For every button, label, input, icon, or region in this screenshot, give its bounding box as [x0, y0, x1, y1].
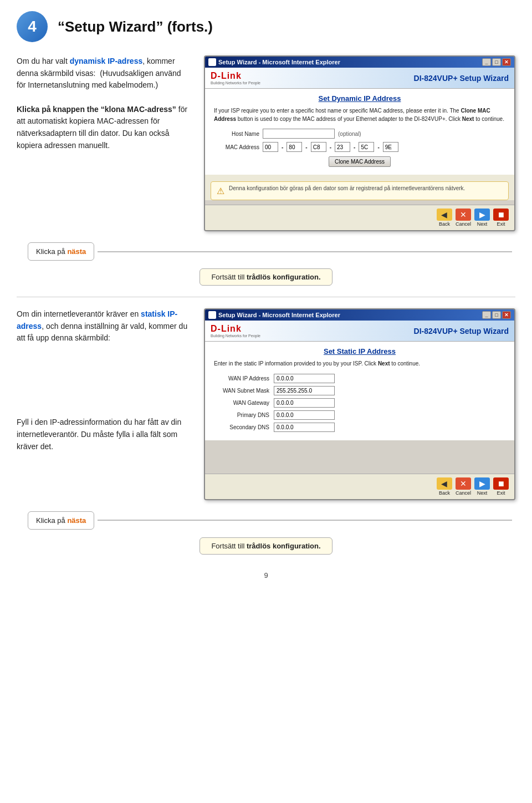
- section2-text: Om din internetleverantör kräver en stat…: [17, 308, 188, 453]
- exit-button-1[interactable]: ⏹ Exit: [493, 209, 509, 227]
- section2-prefix: Om din internetleverantör kräver en: [17, 309, 141, 318]
- static-input-2[interactable]: [274, 398, 335, 408]
- section-divider: [17, 297, 515, 297]
- section-dynamic-ip: Om du har valt dynamisk IP-adress, komme…: [17, 55, 515, 231]
- static-input-0[interactable]: [274, 374, 335, 383]
- dlink-logo-sub-1: Building Networks for People: [211, 81, 260, 85]
- mac-part-2[interactable]: [287, 142, 302, 152]
- dlink-logo-text-1: D-Link: [211, 71, 260, 81]
- mac-part-4[interactable]: [335, 142, 350, 152]
- static-label-2: WAN Gateway: [214, 400, 269, 406]
- section2-suffix: , och denna inställning är vald, kommer …: [17, 322, 187, 343]
- next-button-1[interactable]: ▶ Next: [474, 209, 490, 227]
- hostname-input[interactable]: [263, 129, 335, 139]
- continue-row-2: Fortsätt till trådlös konfiguration.: [17, 537, 515, 555]
- mac-part-6[interactable]: [383, 142, 398, 152]
- page-header: 4 “Setup Wizard” (forts.): [17, 11, 515, 42]
- browser2-wizard-content: Set Static IP Address Enter in the stati…: [205, 342, 514, 440]
- warning-text-1: Denna konfiguration bör göras på den dat…: [229, 185, 465, 191]
- continue-row-1: Fortsätt till trådlös konfiguration.: [17, 268, 515, 286]
- callout-highlight-1: nästa: [67, 247, 86, 256]
- callout-line-2: [98, 520, 512, 521]
- mac-label: MAC Address: [214, 144, 259, 150]
- klona-text: the “klona MAC-adress”: [87, 105, 176, 114]
- browser2-titlebar: Setup Wizard - Microsoft Internet Explor…: [205, 309, 514, 321]
- static-input-3[interactable]: [274, 410, 335, 420]
- dlink-logo-2: D-Link Building Networks for People: [211, 324, 260, 338]
- back-button-2[interactable]: ◀ Back: [437, 477, 452, 496]
- browser-window-2: Setup Wizard - Microsoft Internet Explor…: [204, 308, 515, 500]
- back-button-1[interactable]: ◀ Back: [437, 209, 452, 227]
- wizard-title-1: DI-824VUP+ Setup Wizard: [414, 74, 509, 83]
- browser1-maximize[interactable]: □: [492, 58, 501, 66]
- callout-box-1: Klicka på nästa: [28, 242, 94, 261]
- next-label-2: Next: [477, 490, 488, 496]
- mac-part-1[interactable]: [263, 142, 278, 152]
- browser2-maximize[interactable]: □: [492, 311, 501, 319]
- mac-part-3[interactable]: [311, 142, 326, 152]
- callout-row-1: Klicka på nästa: [28, 242, 515, 261]
- browser1-icon: [208, 58, 216, 66]
- section1-text: Om du har valt dynamisk IP-adress, komme…: [17, 55, 188, 152]
- wizard-section-title-2: Set Static IP Address: [214, 347, 505, 355]
- browser1-wizard-content: Set Dynamic IP Address If your ISP requi…: [205, 89, 514, 175]
- page-number-value: 9: [264, 571, 268, 580]
- wizard-title-2: DI-824VUP+ Setup Wizard: [414, 327, 509, 336]
- callout-row-2: Klicka på nästa: [28, 511, 515, 530]
- continue2-prefix: Fortsätt till: [211, 542, 247, 550]
- callout-highlight-2: nästa: [67, 516, 86, 525]
- browser1-minimize[interactable]: _: [482, 58, 491, 66]
- cancel-button-1[interactable]: ✕ Cancel: [456, 209, 471, 227]
- static-field-row-4: Secondary DNS: [214, 423, 505, 432]
- browser1-wizard-header: D-Link Building Networks for People DI-8…: [205, 68, 514, 89]
- browser2-minimize[interactable]: _: [482, 311, 491, 319]
- browser1-controls[interactable]: _ □ ✕: [482, 58, 511, 66]
- continue-box-2: Fortsätt till trådlös konfiguration.: [200, 537, 332, 555]
- exit-icon-1: ⏹: [493, 209, 509, 221]
- static-field-row-2: WAN Gateway: [214, 398, 505, 408]
- browser2-title-text: Setup Wizard - Microsoft Internet Explor…: [218, 312, 340, 318]
- static-field-row-1: WAN Subnet Mask: [214, 386, 505, 395]
- back-icon-1: ◀: [437, 209, 452, 221]
- callout-box-2: Klicka på nästa: [28, 511, 94, 530]
- cancel-label-1: Cancel: [456, 221, 471, 227]
- continue2-bold: trådlös konfiguration.: [247, 542, 321, 550]
- static-input-1[interactable]: [274, 386, 335, 395]
- clone-mac-button[interactable]: Clone MAC Address: [329, 156, 391, 167]
- cancel-icon-2: ✕: [456, 477, 471, 490]
- cancel-button-2[interactable]: ✕ Cancel: [456, 477, 471, 496]
- dlink-logo-1: D-Link Building Networks for People: [211, 71, 260, 85]
- section-static-ip: Om din internetleverantör kräver en stat…: [17, 308, 515, 500]
- static-input-4[interactable]: [274, 423, 335, 432]
- browser2-close[interactable]: ✕: [502, 311, 511, 319]
- wizard-section-title-1: Set Dynamic IP Address: [214, 94, 505, 103]
- hostname-row: Host Name (optional): [214, 129, 505, 139]
- browser2-controls[interactable]: _ □ ✕: [482, 311, 511, 319]
- section1-prefix: Om du har valt: [17, 57, 70, 65]
- next-icon-1: ▶: [474, 209, 490, 221]
- cancel-label-2: Cancel: [456, 490, 471, 496]
- exit-label-2: Exit: [497, 490, 505, 496]
- static-field-row-0: WAN IP Address: [214, 374, 505, 383]
- next-button-2[interactable]: ▶ Next: [474, 477, 490, 496]
- browser-window-1: Setup Wizard - Microsoft Internet Explor…: [204, 55, 515, 231]
- back-label-1: Back: [439, 221, 450, 227]
- callout-line-1: [98, 251, 512, 252]
- dlink-logo-text-2: D-Link: [211, 324, 260, 334]
- static-label-3: Primary DNS: [214, 412, 269, 418]
- browser1-title: Setup Wizard - Microsoft Internet Explor…: [208, 58, 340, 66]
- exit-button-2[interactable]: ⏹ Exit: [493, 477, 509, 496]
- next-label-1: Next: [477, 221, 488, 227]
- browser1-close[interactable]: ✕: [502, 58, 511, 66]
- wizard-desc-1: If your ISP require you to enter a speci…: [214, 107, 505, 123]
- static-field-row-3: Primary DNS: [214, 410, 505, 420]
- mac-part-5[interactable]: [359, 142, 374, 152]
- mac-address-row: MAC Address - - - - -: [214, 142, 505, 152]
- exit-label-1: Exit: [497, 221, 505, 227]
- browser2-nav: ◀ Back ✕ Cancel ▶ Next ⏹ Exit: [205, 474, 514, 499]
- continue-box-1: Fortsätt till trådlös konfiguration.: [200, 268, 332, 286]
- static-label-4: Secondary DNS: [214, 424, 269, 430]
- static-label-1: WAN Subnet Mask: [214, 388, 269, 394]
- browser1-nav: ◀ Back ✕ Cancel ▶ Next ⏹ Exit: [205, 205, 514, 230]
- exit-icon-2: ⏹: [493, 477, 509, 490]
